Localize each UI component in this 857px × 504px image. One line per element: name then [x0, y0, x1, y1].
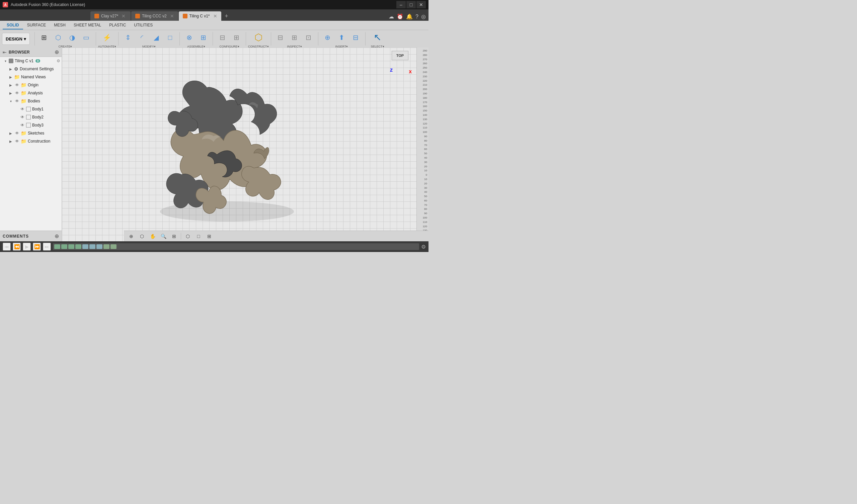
timeline-op-7[interactable]: [97, 244, 102, 249]
browser-header: ⇤ BROWSER ⊕: [0, 48, 62, 57]
help-icon[interactable]: ?: [416, 14, 418, 20]
viewport[interactable]: 290 280 270 260 250 240 230 220 210 200 …: [62, 48, 428, 241]
construction-eye[interactable]: 👁: [14, 139, 20, 144]
timeline-op-3[interactable]: [68, 244, 74, 249]
toolbar-tab-sheetmetal[interactable]: SHEET METAL: [70, 21, 105, 30]
tab-close-tilingccc[interactable]: ✕: [170, 13, 174, 19]
ruler-tick: 120: [417, 122, 428, 126]
tree-root[interactable]: ▾ Tiling C v1 B ⚙: [0, 57, 62, 65]
tree-item-body1[interactable]: 👁 Body1: [0, 105, 62, 113]
revolve-button[interactable]: ◑: [66, 31, 79, 44]
tab-tilingccc[interactable]: Tiling CCC v2 ✕: [131, 11, 178, 21]
timeline-play-button[interactable]: ▶: [23, 242, 31, 251]
design-button[interactable]: DESIGN ▾: [2, 33, 30, 45]
view-cube-top[interactable]: TOP: [392, 51, 408, 60]
select-main-button[interactable]: ↖: [368, 31, 387, 44]
cloud-icon[interactable]: ☁: [389, 13, 394, 20]
timeline-prev-button[interactable]: ⏪: [13, 242, 21, 251]
configure-btn2[interactable]: ⊞: [230, 31, 243, 44]
toolbar-tab-utilities[interactable]: UTILITIES: [130, 21, 157, 30]
bodies-eye[interactable]: 👁: [14, 99, 20, 103]
construction-chevron: ▶: [8, 139, 13, 143]
visual-style-button[interactable]: □: [194, 232, 203, 241]
toolbar-tab-solid[interactable]: SOLID: [3, 21, 23, 30]
camera-button[interactable]: ⬡: [137, 232, 147, 241]
shell-button[interactable]: □: [163, 31, 177, 44]
tree-item-origin[interactable]: ▶ 👁 📁 Origin: [0, 81, 62, 89]
bell-icon[interactable]: 🔔: [406, 13, 413, 20]
body1-checkbox[interactable]: [26, 107, 31, 112]
body2-checkbox[interactable]: [26, 115, 31, 119]
origin-eye[interactable]: 👁: [14, 83, 20, 87]
timeline-op-8[interactable]: [103, 244, 110, 249]
construct-main-button[interactable]: ⬡: [249, 31, 268, 44]
tree-item-named-views[interactable]: ▶ 📁 Named Views: [0, 73, 62, 81]
close-button[interactable]: ✕: [417, 1, 426, 9]
browser-collapse-icon[interactable]: ⇤: [3, 50, 7, 55]
configure-btn[interactable]: ⊟: [216, 31, 229, 44]
timeline-end-button[interactable]: ⏭: [43, 242, 51, 251]
press-pull-button[interactable]: ⇕: [121, 31, 135, 44]
automate-button[interactable]: ⚡: [100, 31, 114, 44]
tab-close-tilingc[interactable]: ✕: [213, 13, 217, 19]
press-pull-icon: ⇕: [125, 34, 131, 41]
timeline-start-button[interactable]: ⏮: [3, 242, 11, 251]
root-settings-icon[interactable]: ⚙: [56, 58, 60, 63]
fit-button[interactable]: ⊞: [169, 232, 179, 241]
tree-item-bodies[interactable]: ▾ 👁 📁 Bodies: [0, 97, 62, 105]
body3-eye[interactable]: 👁: [19, 123, 26, 128]
inspect-btn3[interactable]: ⊡: [302, 31, 315, 44]
tree-item-body2[interactable]: 👁 Body2: [0, 113, 62, 121]
tree-item-analysis[interactable]: ▶ 👁 📁 Analysis: [0, 89, 62, 97]
tree-item-construction[interactable]: ▶ 👁 📁 Construction: [0, 137, 62, 145]
timeline-op-6[interactable]: [89, 244, 96, 249]
body3-checkbox[interactable]: [26, 123, 31, 128]
grid-button[interactable]: ⊞: [204, 232, 214, 241]
body2-eye[interactable]: 👁: [19, 115, 26, 119]
display-mode-button[interactable]: ⬡: [183, 232, 192, 241]
tab-tilingc[interactable]: Tiling C v1* ✕: [179, 11, 221, 21]
orbit-button[interactable]: ⊕: [127, 232, 136, 241]
insert-btn1[interactable]: ⊕: [321, 31, 334, 44]
tab-close-clay[interactable]: ✕: [121, 13, 125, 19]
analysis-eye[interactable]: 👁: [14, 91, 20, 95]
inspect-btn1[interactable]: ⊟: [274, 31, 287, 44]
tab-clay[interactable]: Clay v27* ✕: [90, 11, 131, 21]
timeline-op-9[interactable]: [111, 244, 117, 249]
timeline-next-button[interactable]: ⏩: [33, 242, 41, 251]
user-icon[interactable]: ◎: [421, 13, 426, 20]
assemble2-button[interactable]: ⊞: [197, 31, 210, 44]
body1-eye[interactable]: 👁: [19, 107, 26, 112]
insert-btn2[interactable]: ⬆: [335, 31, 349, 44]
sketches-eye[interactable]: 👁: [14, 131, 20, 136]
toolbar-tab-mesh[interactable]: MESH: [50, 21, 70, 30]
clock-icon[interactable]: ⏰: [397, 13, 403, 20]
inspect-btn2[interactable]: ⊞: [288, 31, 301, 44]
automate-icon: ⚡: [103, 34, 111, 41]
tab-add-button[interactable]: +: [222, 11, 231, 21]
timeline-op-1[interactable]: [54, 244, 60, 249]
timeline-op-2[interactable]: [61, 244, 67, 249]
insert-btn3[interactable]: ⊟: [349, 31, 363, 44]
zoom-button[interactable]: 🔍: [159, 232, 168, 241]
toolbar-tab-surface[interactable]: SURFACE: [23, 21, 50, 30]
tree-item-doc-settings[interactable]: ▶ ⚙ Document Settings: [0, 65, 62, 73]
pan-button[interactable]: ✋: [148, 232, 157, 241]
chamfer-button[interactable]: ◢: [149, 31, 163, 44]
comments-add-icon[interactable]: ⊕: [54, 233, 59, 239]
timeline-settings-icon[interactable]: ⚙: [421, 243, 426, 250]
timeline-op-5[interactable]: [82, 244, 88, 249]
joint-button[interactable]: ⊗: [182, 31, 196, 44]
sweep-button[interactable]: ▭: [80, 31, 93, 44]
tree-item-body3[interactable]: 👁 Body3: [0, 121, 62, 129]
toolbar-tab-plastic[interactable]: PLASTIC: [105, 21, 130, 30]
new-component-button[interactable]: ⊞: [37, 31, 51, 44]
maximize-button[interactable]: □: [406, 1, 416, 9]
viewport-bottom-toolbar: ⊕ ⬡ ✋ 🔍 ⊞ ⬡ □ ⊞: [124, 231, 428, 241]
fillet-button[interactable]: ◜: [135, 31, 149, 44]
minimize-button[interactable]: –: [397, 1, 406, 9]
extrude-button[interactable]: ⬡: [52, 31, 65, 44]
tree-item-sketches[interactable]: ▶ 👁 📁 Sketches: [0, 129, 62, 137]
timeline-op-4[interactable]: [75, 244, 81, 249]
browser-add-icon[interactable]: ⊕: [54, 49, 59, 55]
